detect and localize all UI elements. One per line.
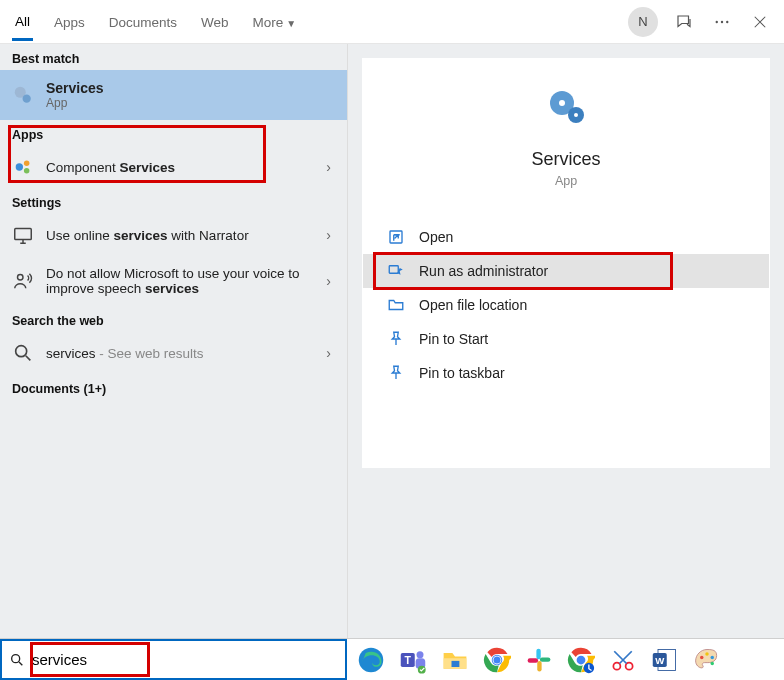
person-voice-icon (12, 270, 34, 292)
taskbar-slack-icon[interactable] (521, 642, 557, 678)
svg-text:W: W (655, 655, 665, 666)
shield-icon (387, 262, 405, 280)
taskbar-paint-icon[interactable] (689, 642, 725, 678)
tab-all[interactable]: All (12, 2, 33, 41)
result-narrator-services[interactable]: Use online services with Narrator › (0, 214, 347, 256)
svg-point-21 (417, 651, 424, 658)
search-input[interactable] (32, 641, 345, 678)
preview-sub: App (555, 174, 577, 188)
results-panel: Best match Services App Apps Component S… (0, 44, 348, 638)
best-match-sub: App (46, 96, 335, 110)
svg-point-1 (721, 20, 723, 22)
search-icon (2, 652, 32, 668)
taskbar-chrome-icon[interactable] (479, 642, 515, 678)
taskbar-file-explorer-icon[interactable] (437, 642, 473, 678)
svg-point-4 (23, 95, 31, 103)
action-label: Run as administrator (419, 263, 548, 279)
tab-more[interactable]: More▼ (250, 3, 300, 40)
preview-title: Services (531, 149, 600, 170)
user-avatar[interactable]: N (628, 7, 658, 37)
action-pin-to-start[interactable]: Pin to Start (363, 322, 769, 356)
component-services-icon (12, 156, 34, 178)
tab-web[interactable]: Web (198, 3, 232, 40)
svg-rect-31 (540, 657, 551, 661)
action-label: Pin to taskbar (419, 365, 505, 381)
search-web-label: Search the web (0, 306, 347, 332)
svg-point-44 (711, 655, 715, 659)
open-icon (387, 228, 405, 246)
feedback-icon[interactable] (672, 10, 696, 34)
svg-point-42 (700, 655, 704, 659)
preview-panel: Services App Open Run as administrator (348, 44, 784, 638)
svg-point-10 (16, 346, 27, 357)
svg-rect-25 (452, 660, 460, 666)
action-label: Open file location (419, 297, 527, 313)
search-icon (12, 342, 34, 364)
svg-point-17 (12, 654, 20, 662)
svg-rect-8 (15, 229, 32, 240)
svg-point-29 (494, 656, 501, 663)
best-match-result[interactable]: Services App (0, 70, 347, 120)
tab-documents[interactable]: Documents (106, 3, 180, 40)
settings-label: Settings (0, 188, 347, 214)
chevron-right-icon[interactable]: › (322, 227, 335, 243)
svg-point-37 (613, 662, 620, 669)
svg-rect-30 (536, 648, 540, 659)
chevron-right-icon[interactable]: › (322, 159, 335, 175)
action-label: Pin to Start (419, 331, 488, 347)
svg-point-45 (711, 661, 715, 665)
action-pin-to-taskbar[interactable]: Pin to taskbar (363, 356, 769, 390)
svg-rect-32 (537, 660, 541, 671)
result-speech-services[interactable]: Do not allow Microsoft to use your voice… (0, 256, 347, 306)
action-label: Open (419, 229, 453, 245)
best-match-label: Best match (0, 44, 347, 70)
svg-point-9 (18, 275, 24, 281)
taskbar-word-icon[interactable]: W (647, 642, 683, 678)
svg-point-43 (705, 652, 709, 656)
result-web-services[interactable]: services - See web results › (0, 332, 347, 374)
apps-label: Apps (0, 120, 347, 146)
action-open-file-location[interactable]: Open file location (363, 288, 769, 322)
taskbar-teams-icon[interactable]: T (395, 642, 431, 678)
documents-label: Documents (1+) (0, 374, 347, 400)
action-run-as-administrator[interactable]: Run as administrator (363, 254, 769, 288)
chevron-right-icon[interactable]: › (322, 273, 335, 289)
taskbar: T W (0, 638, 784, 680)
close-icon[interactable] (748, 10, 772, 34)
svg-point-35 (577, 655, 586, 664)
search-box[interactable] (0, 639, 347, 680)
svg-text:T: T (405, 654, 412, 666)
taskbar-chrome-beta-icon[interactable] (563, 642, 599, 678)
svg-point-2 (726, 20, 728, 22)
result-component-services[interactable]: Component Services › (0, 146, 347, 188)
action-open[interactable]: Open (363, 220, 769, 254)
pin-icon (387, 330, 405, 348)
pin-icon (387, 364, 405, 382)
svg-point-14 (574, 113, 578, 117)
svg-point-6 (24, 161, 29, 167)
taskbar-edge-icon[interactable] (353, 642, 389, 678)
services-large-icon (542, 83, 590, 131)
folder-icon (387, 296, 405, 314)
svg-point-13 (559, 100, 565, 106)
result-label: Use online services with Narrator (46, 228, 310, 243)
monitor-icon (12, 224, 34, 246)
svg-point-5 (16, 163, 23, 170)
taskbar-snip-icon[interactable] (605, 642, 641, 678)
svg-point-38 (626, 662, 633, 669)
result-label: Do not allow Microsoft to use your voice… (46, 266, 310, 296)
best-match-title: Services (46, 80, 335, 96)
svg-point-7 (24, 168, 29, 174)
services-icon (12, 84, 34, 106)
svg-point-0 (716, 20, 718, 22)
svg-rect-33 (528, 658, 539, 662)
more-options-icon[interactable] (710, 10, 734, 34)
result-label: services - See web results (46, 346, 310, 361)
chevron-down-icon: ▼ (286, 18, 296, 29)
tab-apps[interactable]: Apps (51, 3, 88, 40)
result-label: Component Services (46, 160, 310, 175)
chevron-right-icon[interactable]: › (322, 345, 335, 361)
